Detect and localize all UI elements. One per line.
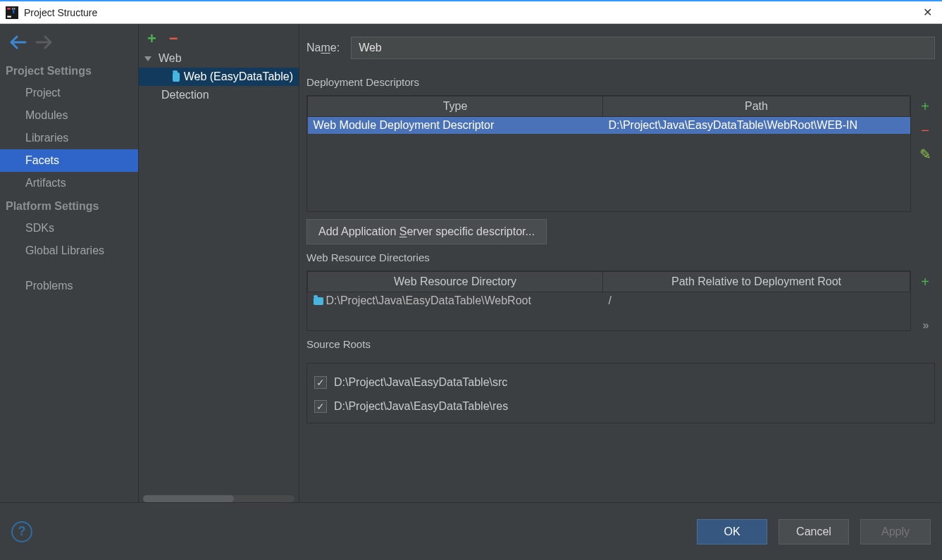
col-path: Path	[602, 97, 910, 117]
settings-sidebar: Project Settings Project Modules Librari…	[0, 24, 139, 502]
web-facet-icon	[173, 73, 180, 82]
web-resource-dirs-label: Web Resource Directories	[306, 244, 935, 270]
deployment-descriptors-table[interactable]: Type Path Web Module Deployment Descript…	[306, 95, 911, 212]
titlebar: Project Structure ✕	[0, 0, 942, 24]
window-title: Project Structure	[24, 7, 919, 18]
add-app-server-descriptor-button[interactable]: Add Application Server specific descript…	[306, 219, 547, 244]
source-root-row[interactable]: D:\Project\Java\EasyDataTable\res	[314, 394, 927, 418]
ok-button[interactable]: OK	[697, 519, 767, 545]
col-resource-dir: Web Resource Directory	[308, 272, 603, 292]
name-label: Name:	[306, 42, 340, 54]
sidebar-item-global-libraries[interactable]: Global Libraries	[0, 239, 138, 262]
more-actions-icon[interactable]: »	[923, 320, 928, 331]
close-icon[interactable]: ✕	[919, 6, 936, 19]
svg-rect-2	[7, 15, 11, 17]
forward-icon[interactable]	[35, 35, 52, 49]
sidebar-item-libraries[interactable]: Libraries	[0, 127, 138, 149]
resource-dir-row[interactable]: D:\Project\Java\EasyDataTable\WebRoot /	[308, 292, 910, 310]
facet-editor: Name: Deployment Descriptors Type Path W…	[299, 24, 942, 502]
col-relative-path: Path Relative to Deployment Root	[602, 272, 910, 292]
source-root-row[interactable]: D:\Project\Java\EasyDataTable\src	[314, 371, 927, 394]
source-roots-label: Source Roots	[306, 331, 935, 357]
sidebar-item-artifacts[interactable]: Artifacts	[0, 172, 138, 194]
source-roots-list: D:\Project\Java\EasyDataTable\src D:\Pro…	[306, 363, 935, 423]
source-root-checkbox[interactable]	[314, 400, 327, 413]
remove-facet-icon[interactable]: −	[169, 31, 178, 46]
source-root-checkbox[interactable]	[314, 376, 327, 389]
section-project-settings: Project Settings	[0, 59, 138, 82]
tree-node-web-module[interactable]: Web (EasyDataTable)	[139, 68, 299, 86]
sidebar-item-facets[interactable]: Facets	[0, 149, 138, 172]
dialog-footer: ? OK Cancel Apply	[0, 502, 942, 560]
section-platform-settings: Platform Settings	[0, 194, 138, 217]
descriptor-row[interactable]: Web Module Deployment Descriptor D:\Proj…	[308, 117, 910, 135]
apply-button[interactable]: Apply	[860, 519, 931, 545]
sidebar-item-project[interactable]: Project	[0, 82, 138, 104]
col-type: Type	[308, 97, 603, 117]
back-icon[interactable]	[10, 35, 27, 49]
edit-descriptor-icon[interactable]: ✎	[919, 147, 931, 161]
expand-icon[interactable]	[144, 56, 151, 61]
resource-directories-table[interactable]: Web Resource Directory Path Relative to …	[306, 270, 911, 331]
svg-rect-1	[7, 8, 11, 9]
tree-node-detection[interactable]: Detection	[139, 86, 299, 104]
facet-name-input[interactable]	[351, 37, 935, 59]
sidebar-item-modules[interactable]: Modules	[0, 104, 138, 127]
intellij-icon	[6, 6, 18, 19]
folder-icon	[314, 297, 323, 305]
tree-node-web[interactable]: Web	[139, 49, 299, 68]
cancel-button[interactable]: Cancel	[779, 519, 849, 545]
facets-tree: + − Web Web (EasyDataTable) Detection	[139, 24, 299, 502]
svg-rect-4	[13, 8, 14, 13]
deployment-descriptors-label: Deployment Descriptors	[306, 69, 935, 95]
add-descriptor-icon[interactable]: +	[921, 99, 929, 113]
remove-descriptor-icon[interactable]: −	[921, 123, 929, 137]
add-resource-dir-icon[interactable]: +	[921, 275, 929, 289]
sidebar-item-sdks[interactable]: SDKs	[0, 217, 138, 239]
add-facet-icon[interactable]: +	[147, 31, 156, 46]
sidebar-item-problems[interactable]: Problems	[0, 275, 138, 297]
tree-scrollbar[interactable]	[143, 495, 295, 502]
help-icon[interactable]: ?	[11, 521, 32, 542]
